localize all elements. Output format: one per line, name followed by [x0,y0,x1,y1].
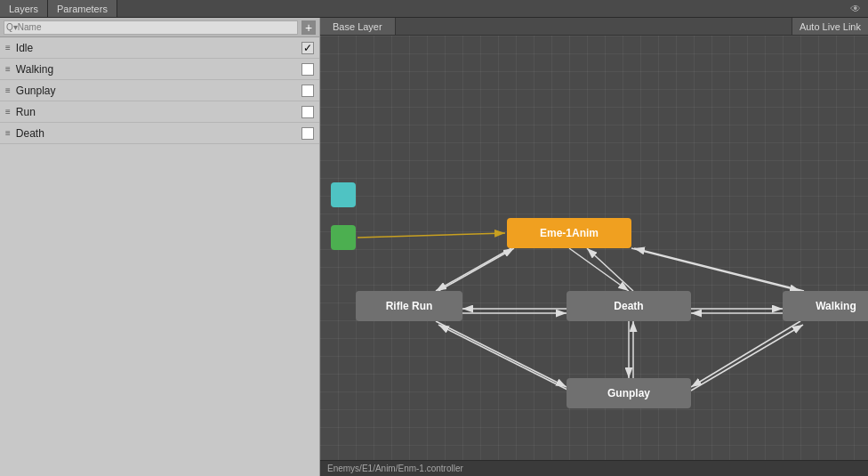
node-riflerun-label: Rifle Run [386,300,433,312]
node-gunplay[interactable]: Gunplay [567,378,691,408]
node-entry[interactable] [331,182,356,207]
layer-item-gunplay[interactable]: ≡ Gunplay [0,80,319,101]
graph-canvas[interactable]: Eme-1Anim Death Rifle Run Walking Gunpla… [320,36,868,460]
left-panel: + ≡ Idle ✓ ≡ Walking ≡ Gunplay [0,18,320,476]
auto-live-link-button[interactable]: Auto Live Link [792,18,868,35]
node-gunplay-label: Gunplay [607,387,650,399]
layer-name-gunplay: Gunplay [16,85,301,97]
node-eme1anim-label: Eme-1Anim [540,227,599,239]
layer-checkbox-idle[interactable]: ✓ [301,42,314,54]
svg-line-2 [358,233,505,238]
svg-line-16 [438,325,569,391]
layer-icon-idle: ≡ [5,43,11,52]
status-path: Enemys/E1/Anim/Enm-1.controller [327,464,463,473]
node-death-label: Death [614,300,643,312]
layer-icon-death: ≡ [5,128,11,138]
svg-line-3 [569,248,629,291]
layer-item-idle[interactable]: ≡ Idle ✓ [0,37,319,59]
node-walking-label: Walking [816,300,856,312]
svg-line-8 [634,248,804,291]
layer-name-walking: Walking [16,63,301,76]
top-tab-bar: Layers Parameters 👁 [0,0,868,18]
layer-item-death[interactable]: ≡ Death [0,123,319,144]
layer-list: ≡ Idle ✓ ≡ Walking ≡ Gunplay ≡ Run [0,37,319,476]
layer-name-death: Death [16,127,301,140]
layer-checkbox-death[interactable] [301,127,314,140]
main-layout: + ≡ Idle ✓ ≡ Walking ≡ Gunplay [0,18,868,476]
layer-item-walking[interactable]: ≡ Walking [0,59,319,80]
layer-checkbox-gunplay[interactable] [301,85,314,97]
svg-line-7 [631,248,800,291]
layer-icon-run: ≡ [5,107,11,117]
svg-line-5 [436,248,511,291]
layer-name-idle: Idle [16,42,301,54]
node-eme1anim[interactable]: Eme-1Anim [507,218,631,248]
svg-line-18 [691,325,803,391]
panel-toolbar: + [0,18,319,37]
node-riflerun[interactable]: Rifle Run [356,291,462,321]
layer-icon-gunplay: ≡ [5,85,11,95]
node-any-state[interactable] [331,225,356,250]
svg-line-15 [436,321,567,387]
visibility-icon[interactable]: 👁 [850,0,861,18]
status-bar: Enemys/E1/Anim/Enm-1.controller [320,460,868,476]
svg-line-6 [438,248,514,291]
node-death[interactable]: Death [567,291,691,321]
svg-line-4 [587,248,633,291]
layer-checkbox-walking[interactable] [301,63,314,76]
layer-checkbox-run[interactable] [301,106,314,118]
tab-parameters[interactable]: Parameters [48,0,117,17]
graph-header: Base Layer Auto Live Link [320,18,868,36]
node-walking[interactable]: Walking [783,291,868,321]
layer-icon-walking: ≡ [5,64,11,74]
right-panel: Base Layer Auto Live Link [320,18,868,476]
layer-item-run[interactable]: ≡ Run [0,101,319,123]
tab-layers[interactable]: Layers [0,0,48,17]
svg-line-17 [691,321,800,387]
graph-tab-base-layer[interactable]: Base Layer [320,18,396,35]
layer-name-run: Run [16,106,301,118]
add-layer-button[interactable]: + [301,20,316,35]
search-input[interactable] [4,20,298,35]
